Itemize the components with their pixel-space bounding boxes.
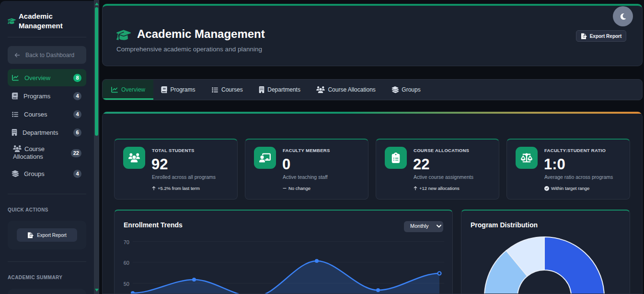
svg-text:50: 50 bbox=[124, 281, 129, 287]
svg-text:60: 60 bbox=[124, 260, 129, 266]
svg-text:70: 70 bbox=[124, 239, 129, 245]
